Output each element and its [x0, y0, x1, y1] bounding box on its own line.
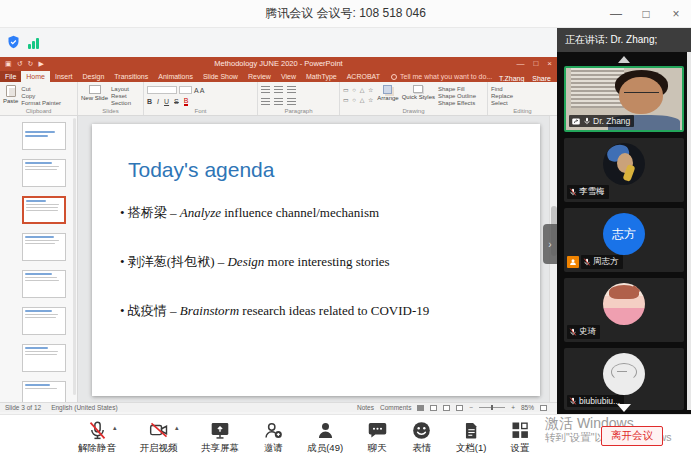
zoom-out-button[interactable]: −	[469, 404, 473, 411]
zoom-slider[interactable]	[479, 407, 505, 408]
participant-tile-shiqi[interactable]: 史琦	[564, 278, 684, 342]
select-button[interactable]: Select	[491, 100, 513, 106]
shapes-gallery[interactable]: ▭ ○ △ ☆	[343, 86, 374, 95]
mic-options-caret[interactable]: ▴	[113, 424, 117, 432]
ppt-ribbon: Paste Cut Copy Format Painter Clipboard …	[0, 82, 557, 116]
tab-animations[interactable]: Animations	[153, 71, 198, 82]
video-options-caret[interactable]: ▴	[175, 424, 179, 432]
ppt-close-button[interactable]: ×	[547, 59, 552, 68]
emoji-button[interactable]: 表情	[411, 417, 432, 456]
tab-file[interactable]: File	[0, 71, 21, 82]
slide-thumbnail-5[interactable]	[22, 270, 66, 298]
start-video-button[interactable]: ▴ 开启视频	[140, 417, 178, 456]
font-name-box[interactable]	[147, 86, 177, 94]
arrange-button[interactable]: Arrange	[377, 84, 398, 101]
strikethrough-button[interactable]: S	[174, 98, 179, 105]
reading-view-icon[interactable]	[443, 405, 450, 411]
font-size-box[interactable]	[179, 86, 192, 94]
shape-effects-button[interactable]: Shape Effects	[438, 100, 476, 106]
tab-mathtype[interactable]: MathType	[301, 71, 342, 82]
tab-view[interactable]: View	[276, 71, 301, 82]
slide-thumbnail-2[interactable]	[22, 159, 66, 187]
sidebar-scrollbar[interactable]	[687, 52, 691, 410]
ppt-maximize-button[interactable]: □	[533, 59, 538, 68]
zoom-in-button[interactable]: +	[511, 404, 515, 411]
underline-button[interactable]: U	[164, 98, 169, 105]
language-indicator[interactable]: English (United States)	[51, 404, 117, 411]
invite-button[interactable]: 邀请	[263, 417, 284, 456]
leave-meeting-button[interactable]: 离开会议	[601, 426, 663, 446]
speaking-banner: 正在讲话: Dr. Zhang;	[557, 28, 691, 52]
sidebar-collapse-handle[interactable]: ›	[543, 224, 557, 264]
scroll-down-icon[interactable]	[617, 404, 631, 412]
notes-toggle[interactable]: Notes	[357, 404, 374, 411]
slide-thumbnail-7[interactable]	[22, 344, 66, 372]
format-painter-button[interactable]: Format Painter	[21, 100, 61, 106]
tab-acrobat[interactable]: ACROBAT	[342, 71, 385, 82]
tab-transitions[interactable]: Transitions	[109, 71, 153, 82]
ppt-minimize-button[interactable]: —	[516, 59, 524, 68]
thumbnail-scrollbar[interactable]	[73, 118, 76, 395]
maximize-button[interactable]: □	[631, 0, 661, 28]
comments-toggle[interactable]: Comments	[380, 404, 411, 411]
scroll-up-icon[interactable]	[618, 56, 630, 63]
normal-view-icon[interactable]	[417, 405, 424, 411]
network-signal-icon[interactable]	[28, 37, 39, 49]
share-screen-button[interactable]: 共享屏幕	[201, 417, 239, 456]
find-button[interactable]: Find	[491, 86, 513, 92]
tab-home[interactable]: Home	[21, 71, 50, 82]
align-center-button[interactable]	[274, 98, 283, 106]
slide-thumbnail-4[interactable]	[22, 233, 66, 261]
chat-button[interactable]: 聊天	[367, 417, 388, 456]
meeting-protect-shield-icon[interactable]	[6, 34, 21, 50]
slide-thumbnail-6[interactable]	[22, 307, 66, 335]
participant-tile-lixuemei[interactable]: 李雪梅	[564, 138, 684, 202]
slide-sorter-view-icon[interactable]	[430, 405, 437, 411]
italic-button[interactable]: I	[157, 98, 159, 105]
replace-button[interactable]: Replace	[491, 93, 513, 99]
slide-thumbnail-1[interactable]	[22, 122, 66, 150]
shape-outline-button[interactable]: Shape Outline	[438, 93, 476, 99]
slide-thumbnail-3-selected[interactable]	[22, 196, 66, 224]
documents-button[interactable]: 文档(1)	[456, 417, 487, 456]
reset-button[interactable]: Reset	[111, 93, 131, 99]
slideshow-view-icon[interactable]	[456, 405, 463, 411]
copy-button[interactable]: Copy	[21, 93, 61, 99]
fit-to-window-icon[interactable]	[540, 405, 547, 411]
paste-button[interactable]: Paste	[3, 84, 18, 104]
ribbon-group-paragraph: Paragraph	[258, 82, 340, 115]
cut-button[interactable]: Cut	[21, 86, 61, 92]
tab-insert[interactable]: Insert	[50, 71, 78, 82]
ppt-share-button[interactable]: Share	[532, 75, 551, 82]
layout-button[interactable]: Layout	[111, 86, 131, 92]
participant-tile-dr-zhang[interactable]: Dr. Zhang	[564, 66, 684, 132]
members-button[interactable]: 成员(49)	[307, 417, 343, 456]
grow-shrink-font-buttons[interactable]: A A	[194, 87, 205, 94]
new-slide-button[interactable]: New Slide	[81, 84, 108, 101]
font-color-button[interactable]: B	[184, 97, 189, 106]
align-left-button[interactable]	[261, 98, 270, 106]
indent-button[interactable]	[287, 86, 296, 94]
unmute-button[interactable]: ▴ 解除静音	[78, 417, 116, 456]
window-titlebar: 腾讯会议 会议号: 108 518 046 — □ ×	[0, 0, 691, 28]
tell-me-box[interactable]: Tell me what you want to do...	[385, 71, 498, 82]
shape-fill-button[interactable]: Shape Fill	[438, 86, 476, 92]
quick-styles-button[interactable]: Quick Styles	[402, 84, 435, 100]
align-right-button[interactable]	[287, 98, 296, 106]
numbering-button[interactable]	[274, 86, 283, 94]
bullets-button[interactable]	[261, 86, 270, 94]
tab-design[interactable]: Design	[77, 71, 109, 82]
bold-button[interactable]: B	[147, 98, 152, 105]
participant-tile-zhouzhifang[interactable]: 志方 周志方	[564, 208, 684, 272]
avatar	[603, 353, 645, 395]
shapes-gallery-row2[interactable]: ▭ ○ △ ☆	[343, 96, 374, 105]
close-button[interactable]: ×	[661, 0, 691, 28]
participant-tile-biubiubiu[interactable]: biubiubiu...	[564, 348, 684, 410]
minimize-button[interactable]: —	[601, 0, 631, 28]
zoom-level[interactable]: 85%	[521, 404, 534, 411]
tab-review[interactable]: Review	[243, 71, 276, 82]
ppt-account-name[interactable]: T.Zhang	[499, 75, 524, 82]
settings-button[interactable]: 设置	[510, 417, 530, 456]
section-button[interactable]: Section	[111, 100, 131, 106]
tab-slide-show[interactable]: Slide Show	[198, 71, 243, 82]
